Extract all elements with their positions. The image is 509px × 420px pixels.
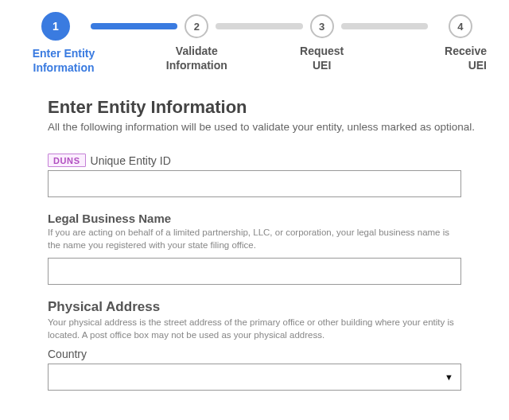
field-country: Country ▼	[48, 348, 479, 391]
step-bar-1-2	[91, 23, 177, 29]
country-select[interactable]	[48, 364, 461, 391]
step-bar-2-3	[216, 23, 302, 29]
entity-info-form: Enter Entity Information All the followi…	[32, 97, 487, 391]
step-2-number: 2	[185, 14, 208, 38]
physical-address-heading: Physical Address	[48, 299, 479, 315]
form-intro: All the following information will be us…	[48, 121, 479, 133]
step-1-label: Enter Entity Information	[32, 47, 95, 75]
country-select-wrap: ▼	[48, 364, 461, 391]
page: 1 Enter Entity Information 2 Validate In…	[0, 0, 509, 420]
uei-label-row: DUNS Unique Entity ID	[48, 154, 479, 167]
step-3-number: 3	[310, 14, 334, 38]
field-legal-business-name: Legal Business Name If you are acting on…	[48, 212, 479, 285]
duns-badge: DUNS	[48, 154, 86, 167]
step-4-label: Receive UEI	[423, 45, 487, 72]
physical-address-help: Your physical address is the street addr…	[48, 317, 461, 341]
step-4-number: 4	[449, 14, 472, 38]
lbn-input[interactable]	[48, 258, 461, 285]
uei-label: Unique Entity ID	[91, 154, 171, 167]
lbn-label: Legal Business Name	[48, 212, 479, 225]
step-3-label: Request UEI	[298, 45, 346, 72]
lbn-help: If you are acting on behalf of a limited…	[48, 227, 461, 251]
step-1: 1 Enter Entity Information	[32, 14, 95, 75]
step-4: 4 Receive UEI	[423, 14, 487, 72]
uei-input[interactable]	[48, 170, 461, 197]
step-2-label: Validate Information	[166, 45, 227, 72]
field-unique-entity-id: DUNS Unique Entity ID	[48, 154, 479, 197]
form-heading: Enter Entity Information	[48, 97, 479, 118]
step-3: 3 Request UEI	[298, 14, 346, 72]
step-bar-3-4	[341, 23, 428, 29]
step-2: 2 Validate Information	[173, 14, 220, 72]
country-label: Country	[48, 348, 87, 360]
progress-stepper: 1 Enter Entity Information 2 Validate In…	[32, 14, 487, 75]
step-1-number: 1	[41, 12, 70, 41]
